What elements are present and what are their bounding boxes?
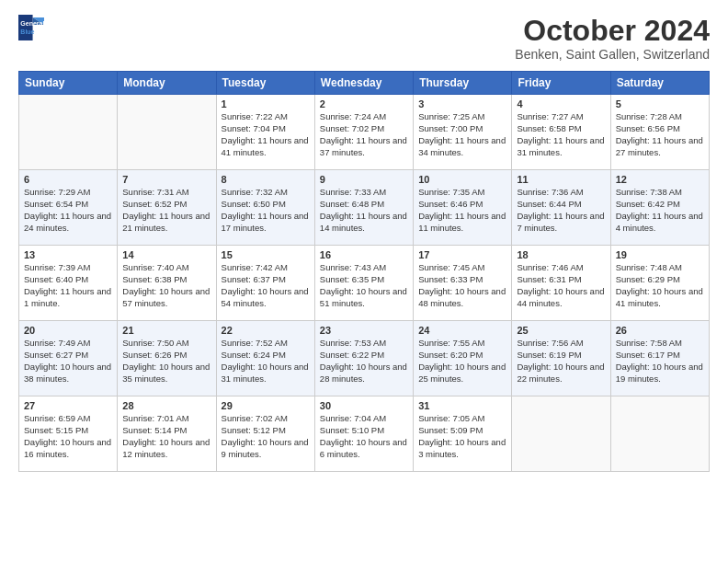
day-info: Sunrise: 7:43 AM Sunset: 6:35 PM Dayligh… bbox=[320, 262, 408, 309]
day-cell: 4Sunrise: 7:27 AM Sunset: 6:58 PM Daylig… bbox=[512, 95, 610, 170]
day-cell: 19Sunrise: 7:48 AM Sunset: 6:29 PM Dayli… bbox=[610, 246, 709, 321]
day-number: 24 bbox=[418, 325, 506, 336]
day-cell: 1Sunrise: 7:22 AM Sunset: 7:04 PM Daylig… bbox=[216, 95, 314, 170]
day-cell: 18Sunrise: 7:46 AM Sunset: 6:31 PM Dayli… bbox=[512, 246, 610, 321]
day-number: 8 bbox=[222, 174, 310, 185]
day-number: 12 bbox=[616, 174, 704, 185]
month-title: October 2024 bbox=[515, 15, 710, 47]
subtitle: Benken, Saint Gallen, Switzerland bbox=[515, 47, 710, 62]
day-cell: 22Sunrise: 7:52 AM Sunset: 6:24 PM Dayli… bbox=[216, 321, 314, 396]
day-cell bbox=[118, 95, 216, 170]
logo-icon: General Blue bbox=[18, 15, 44, 40]
week-row-0: 1Sunrise: 7:22 AM Sunset: 7:04 PM Daylig… bbox=[19, 95, 710, 170]
day-cell: 16Sunrise: 7:43 AM Sunset: 6:35 PM Dayli… bbox=[314, 246, 413, 321]
day-info: Sunrise: 7:53 AM Sunset: 6:22 PM Dayligh… bbox=[320, 338, 408, 385]
day-cell: 7Sunrise: 7:31 AM Sunset: 6:52 PM Daylig… bbox=[118, 170, 216, 246]
day-number: 10 bbox=[418, 174, 506, 185]
day-number: 16 bbox=[320, 249, 408, 260]
day-number: 29 bbox=[222, 400, 310, 411]
day-number: 30 bbox=[320, 400, 408, 411]
day-cell: 27Sunrise: 6:59 AM Sunset: 5:15 PM Dayli… bbox=[19, 396, 118, 472]
header-row: SundayMondayTuesdayWednesdayThursdayFrid… bbox=[19, 72, 710, 95]
day-cell: 23Sunrise: 7:53 AM Sunset: 6:22 PM Dayli… bbox=[314, 321, 413, 396]
day-info: Sunrise: 7:40 AM Sunset: 6:38 PM Dayligh… bbox=[122, 262, 210, 309]
week-row-1: 6Sunrise: 7:29 AM Sunset: 6:54 PM Daylig… bbox=[19, 170, 710, 246]
day-cell bbox=[512, 396, 610, 472]
day-cell: 13Sunrise: 7:39 AM Sunset: 6:40 PM Dayli… bbox=[19, 246, 118, 321]
header-cell-saturday: Saturday bbox=[610, 72, 709, 95]
day-number: 4 bbox=[517, 98, 605, 109]
day-info: Sunrise: 7:27 AM Sunset: 6:58 PM Dayligh… bbox=[517, 111, 605, 158]
day-number: 27 bbox=[24, 400, 112, 411]
day-number: 25 bbox=[517, 325, 605, 336]
day-info: Sunrise: 7:35 AM Sunset: 6:46 PM Dayligh… bbox=[418, 187, 506, 234]
day-info: Sunrise: 7:05 AM Sunset: 5:09 PM Dayligh… bbox=[418, 413, 506, 460]
day-cell: 5Sunrise: 7:28 AM Sunset: 6:56 PM Daylig… bbox=[610, 95, 709, 170]
day-cell: 11Sunrise: 7:36 AM Sunset: 6:44 PM Dayli… bbox=[512, 170, 610, 246]
logo: General Blue bbox=[18, 15, 44, 40]
title-block: October 2024 Benken, Saint Gallen, Switz… bbox=[515, 15, 710, 62]
day-info: Sunrise: 7:48 AM Sunset: 6:29 PM Dayligh… bbox=[616, 262, 704, 309]
day-info: Sunrise: 7:22 AM Sunset: 7:04 PM Dayligh… bbox=[222, 111, 310, 158]
day-info: Sunrise: 7:01 AM Sunset: 5:14 PM Dayligh… bbox=[122, 413, 210, 460]
day-cell: 20Sunrise: 7:49 AM Sunset: 6:27 PM Dayli… bbox=[19, 321, 118, 396]
day-number: 31 bbox=[418, 400, 506, 411]
day-cell: 31Sunrise: 7:05 AM Sunset: 5:09 PM Dayli… bbox=[414, 396, 512, 472]
day-info: Sunrise: 7:33 AM Sunset: 6:48 PM Dayligh… bbox=[320, 187, 408, 234]
day-info: Sunrise: 7:31 AM Sunset: 6:52 PM Dayligh… bbox=[122, 187, 210, 234]
day-cell: 9Sunrise: 7:33 AM Sunset: 6:48 PM Daylig… bbox=[314, 170, 413, 246]
day-info: Sunrise: 7:52 AM Sunset: 6:24 PM Dayligh… bbox=[222, 338, 310, 385]
day-info: Sunrise: 7:42 AM Sunset: 6:37 PM Dayligh… bbox=[222, 262, 310, 309]
day-number: 1 bbox=[222, 98, 310, 109]
day-info: Sunrise: 6:59 AM Sunset: 5:15 PM Dayligh… bbox=[24, 413, 112, 460]
day-number: 20 bbox=[24, 325, 112, 336]
day-cell: 12Sunrise: 7:38 AM Sunset: 6:42 PM Dayli… bbox=[610, 170, 709, 246]
svg-text:Blue: Blue bbox=[20, 29, 34, 35]
day-cell bbox=[610, 396, 709, 472]
day-info: Sunrise: 7:24 AM Sunset: 7:02 PM Dayligh… bbox=[320, 111, 408, 158]
day-info: Sunrise: 7:32 AM Sunset: 6:50 PM Dayligh… bbox=[222, 187, 310, 234]
day-cell: 28Sunrise: 7:01 AM Sunset: 5:14 PM Dayli… bbox=[118, 396, 216, 472]
day-info: Sunrise: 7:39 AM Sunset: 6:40 PM Dayligh… bbox=[24, 262, 112, 309]
day-number: 3 bbox=[418, 98, 506, 109]
week-row-3: 20Sunrise: 7:49 AM Sunset: 6:27 PM Dayli… bbox=[19, 321, 710, 396]
day-number: 2 bbox=[320, 98, 408, 109]
header-cell-sunday: Sunday bbox=[19, 72, 118, 95]
svg-rect-3 bbox=[18, 15, 33, 40]
day-number: 23 bbox=[320, 325, 408, 336]
day-number: 6 bbox=[24, 174, 112, 185]
day-cell: 25Sunrise: 7:56 AM Sunset: 6:19 PM Dayli… bbox=[512, 321, 610, 396]
svg-text:General: General bbox=[20, 20, 44, 27]
day-info: Sunrise: 7:56 AM Sunset: 6:19 PM Dayligh… bbox=[517, 338, 605, 385]
day-info: Sunrise: 7:28 AM Sunset: 6:56 PM Dayligh… bbox=[616, 111, 704, 158]
day-cell: 10Sunrise: 7:35 AM Sunset: 6:46 PM Dayli… bbox=[414, 170, 512, 246]
day-info: Sunrise: 7:50 AM Sunset: 6:26 PM Dayligh… bbox=[122, 338, 210, 385]
day-number: 11 bbox=[517, 174, 605, 185]
day-info: Sunrise: 7:46 AM Sunset: 6:31 PM Dayligh… bbox=[517, 262, 605, 309]
day-number: 17 bbox=[418, 249, 506, 260]
day-number: 22 bbox=[222, 325, 310, 336]
day-info: Sunrise: 7:38 AM Sunset: 6:42 PM Dayligh… bbox=[616, 187, 704, 234]
header-cell-thursday: Thursday bbox=[414, 72, 512, 95]
day-number: 7 bbox=[122, 174, 210, 185]
day-info: Sunrise: 7:45 AM Sunset: 6:33 PM Dayligh… bbox=[418, 262, 506, 309]
day-number: 28 bbox=[122, 400, 210, 411]
header: General Blue October 2024 Benken, Saint … bbox=[18, 15, 710, 62]
day-cell: 21Sunrise: 7:50 AM Sunset: 6:26 PM Dayli… bbox=[118, 321, 216, 396]
day-cell bbox=[19, 95, 118, 170]
day-info: Sunrise: 7:58 AM Sunset: 6:17 PM Dayligh… bbox=[616, 338, 704, 385]
header-cell-monday: Monday bbox=[118, 72, 216, 95]
page: General Blue October 2024 Benken, Saint … bbox=[0, 0, 728, 563]
day-cell: 30Sunrise: 7:04 AM Sunset: 5:10 PM Dayli… bbox=[314, 396, 413, 472]
day-number: 13 bbox=[24, 249, 112, 260]
calendar-table: SundayMondayTuesdayWednesdayThursdayFrid… bbox=[18, 71, 710, 472]
header-cell-tuesday: Tuesday bbox=[216, 72, 314, 95]
header-cell-wednesday: Wednesday bbox=[314, 72, 413, 95]
day-info: Sunrise: 7:04 AM Sunset: 5:10 PM Dayligh… bbox=[320, 413, 408, 460]
day-cell: 26Sunrise: 7:58 AM Sunset: 6:17 PM Dayli… bbox=[610, 321, 709, 396]
day-info: Sunrise: 7:02 AM Sunset: 5:12 PM Dayligh… bbox=[222, 413, 310, 460]
day-number: 5 bbox=[616, 98, 704, 109]
day-info: Sunrise: 7:36 AM Sunset: 6:44 PM Dayligh… bbox=[517, 187, 605, 234]
day-number: 15 bbox=[222, 249, 310, 260]
day-cell: 24Sunrise: 7:55 AM Sunset: 6:20 PM Dayli… bbox=[414, 321, 512, 396]
